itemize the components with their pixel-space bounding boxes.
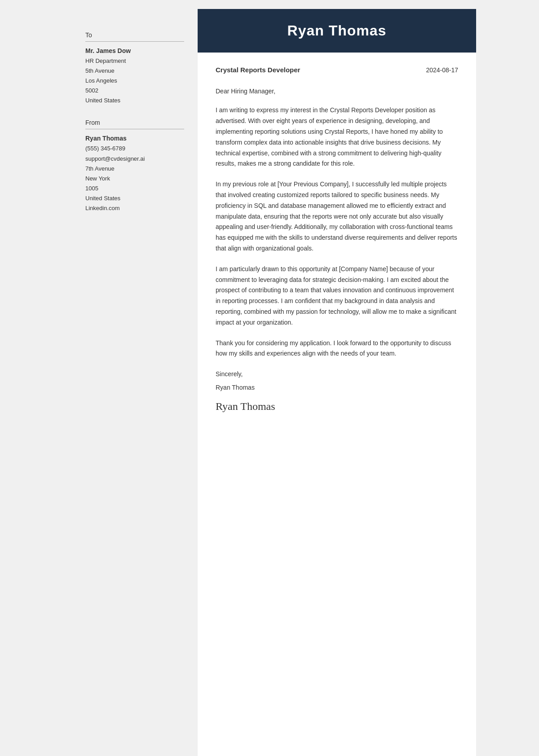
sender-city: New York <box>85 174 184 184</box>
header-banner: Ryan Thomas <box>198 9 476 53</box>
recipient-info: HR Department 5th Avenue Los Angeles 500… <box>85 56 184 105</box>
main-content: Ryan Thomas Crystal Reports Developer 20… <box>198 9 476 756</box>
recipient-country: United States <box>85 96 184 105</box>
to-divider <box>85 41 184 42</box>
signature: Ryan Thomas <box>216 400 458 413</box>
job-title: Crystal Reports Developer <box>216 66 300 74</box>
sender-linkedin: Linkedin.com <box>85 203 184 213</box>
sender-name: Ryan Thomas <box>85 135 184 142</box>
paragraph-4: Thank you for considering my application… <box>216 338 458 360</box>
sidebar: To Mr. James Dow HR Department 5th Avenu… <box>63 9 198 756</box>
from-section: From Ryan Thomas (555) 345-6789 support@… <box>85 119 184 213</box>
paragraph-2: In my previous role at [Your Previous Co… <box>216 179 458 254</box>
recipient-street: 5th Avenue <box>85 66 184 76</box>
recipient-name: Mr. James Dow <box>85 47 184 54</box>
sender-street: 7th Avenue <box>85 164 184 174</box>
to-section: To Mr. James Dow HR Department 5th Avenu… <box>85 31 184 105</box>
letter-body: Crystal Reports Developer 2024-08-17 Dea… <box>198 53 476 426</box>
job-title-row: Crystal Reports Developer 2024-08-17 <box>216 66 458 74</box>
from-divider <box>85 129 184 129</box>
sender-phone: (555) 345-6789 <box>85 144 184 154</box>
recipient-department: HR Department <box>85 56 184 66</box>
closing: Sincerely, Ryan Thomas <box>216 369 458 393</box>
sender-email: support@cvdesigner.ai <box>85 154 184 164</box>
recipient-city: Los Angeles <box>85 76 184 86</box>
sender-zip: 1005 <box>85 184 184 193</box>
page: To Mr. James Dow HR Department 5th Avenu… <box>63 9 476 756</box>
paragraph-1: I am writing to express my interest in t… <box>216 105 458 169</box>
closing-word: Sincerely, <box>216 369 458 380</box>
sender-info: (555) 345-6789 support@cvdesigner.ai 7th… <box>85 144 184 213</box>
paragraph-3: I am particularly drawn to this opportun… <box>216 264 458 328</box>
from-label: From <box>85 119 184 126</box>
sender-country: United States <box>85 193 184 203</box>
greeting: Dear Hiring Manager, <box>216 86 458 96</box>
header-name: Ryan Thomas <box>287 22 387 39</box>
to-label: To <box>85 31 184 39</box>
job-date: 2024-08-17 <box>426 66 458 74</box>
closing-name: Ryan Thomas <box>216 382 458 393</box>
recipient-zip: 5002 <box>85 86 184 96</box>
